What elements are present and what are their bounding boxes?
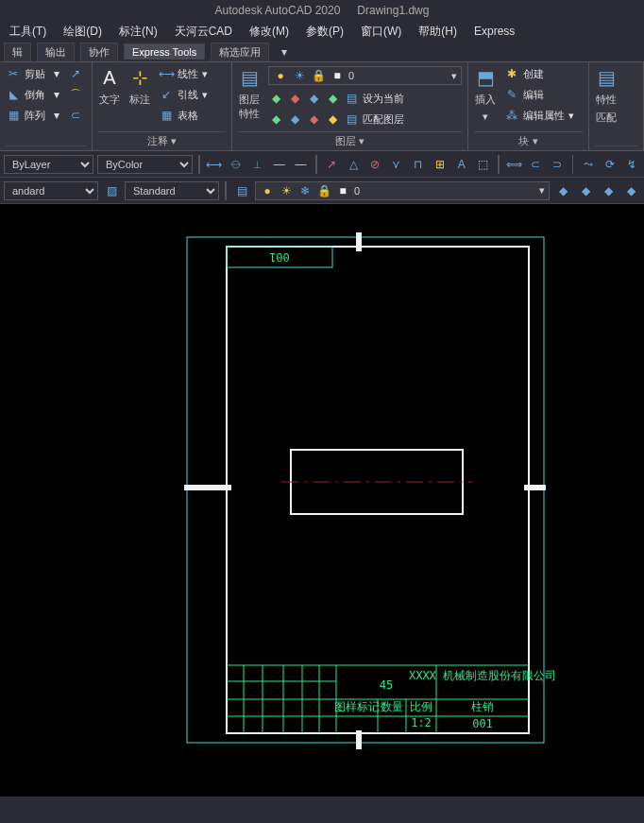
linear-icon: ⟷ bbox=[159, 66, 174, 81]
btn-setcurrent[interactable]: 设为当前 bbox=[363, 92, 404, 106]
tool-a7-icon[interactable]: A bbox=[452, 155, 470, 174]
btn-matchprops[interactable]: ▤ 特性 匹配 bbox=[595, 66, 618, 125]
btn-layer-props[interactable]: ▤ 图层 特性 bbox=[238, 66, 261, 121]
extend-icon[interactable]: ↗ bbox=[68, 66, 83, 81]
menu-modify[interactable]: 修改(M) bbox=[249, 24, 289, 40]
layer-swatch-icon: ■ bbox=[335, 183, 350, 198]
tool-a3-icon[interactable]: ⊘ bbox=[366, 155, 384, 174]
btn-match-layer[interactable]: 匹配图层 bbox=[363, 112, 404, 127]
separator bbox=[198, 155, 200, 174]
tool-a5-icon[interactable]: ⊓ bbox=[409, 155, 427, 174]
lock2-icon[interactable]: ◆ bbox=[325, 91, 340, 106]
btn-table[interactable]: 表格 bbox=[178, 109, 198, 123]
btn-text[interactable]: A 文字 bbox=[98, 66, 121, 107]
tool-c2-icon[interactable]: ⟳ bbox=[601, 155, 619, 174]
tab-edit[interactable]: 辑 bbox=[4, 43, 31, 61]
toolbar-row2: andard ▨ Standard ▤ ● ☀ ❄ 🔒 ■ 0 ▾ ◆ ◆ ◆ … bbox=[0, 178, 644, 204]
menu-draw[interactable]: 绘图(D) bbox=[63, 24, 102, 40]
combo-textstyle[interactable]: Standard bbox=[125, 181, 219, 200]
tb-row3a: 图样标记 bbox=[334, 700, 380, 713]
menu-parametric[interactable]: 参数(P) bbox=[306, 24, 344, 40]
thaw-icon[interactable]: ◆ bbox=[287, 111, 302, 127]
tool-c1-icon[interactable]: ⤳ bbox=[579, 155, 597, 174]
fillet-icon[interactable]: ⌒ bbox=[68, 87, 83, 102]
menu-tools[interactable]: 工具(T) bbox=[9, 24, 46, 40]
tab-express-tools[interactable]: Express Tools bbox=[124, 43, 205, 60]
tool-d1-icon[interactable]: ◆ bbox=[553, 181, 572, 200]
file-name: Drawing1.dwg bbox=[357, 4, 429, 17]
btn-insert[interactable]: ⬒ 插入 ▾ bbox=[474, 66, 497, 123]
combo-linetype[interactable]: ByLayer bbox=[4, 155, 93, 174]
btn-chamfer[interactable]: 倒角 bbox=[25, 88, 45, 102]
btn-create[interactable]: 创建 bbox=[523, 67, 544, 81]
array-icon: ▦ bbox=[6, 108, 21, 123]
drawing-canvas[interactable]: 001 45 XXXX 机械制造股份有限公司 bbox=[0, 204, 644, 797]
dropdown-icon[interactable]: ▾ bbox=[202, 68, 208, 80]
match-icon: ▤ bbox=[344, 111, 359, 127]
off-icon[interactable]: ◆ bbox=[287, 91, 302, 106]
menu-express[interactable]: Express bbox=[474, 25, 515, 38]
leader-icon: ↙ bbox=[159, 87, 174, 102]
panel-annotate-title[interactable]: 注释 ▾ bbox=[98, 131, 226, 150]
tool-d4-icon[interactable]: ◆ bbox=[621, 181, 640, 200]
dropdown-icon[interactable]: ▾ bbox=[568, 110, 574, 122]
iso-icon[interactable]: ◆ bbox=[268, 91, 283, 106]
tool-b3-icon[interactable]: ⊃ bbox=[549, 155, 567, 174]
editattr-icon: ⁂ bbox=[504, 108, 519, 123]
btn-editattr[interactable]: 编辑属性 bbox=[523, 109, 565, 123]
tool-a2-icon[interactable]: △ bbox=[345, 155, 363, 174]
menu-help[interactable]: 帮助(H) bbox=[418, 24, 457, 40]
btn-dim[interactable]: ⊹ 标注 bbox=[128, 66, 151, 107]
tool-a6-icon[interactable]: ⊞ bbox=[431, 155, 449, 174]
dropdown-icon[interactable]: ▾ bbox=[49, 66, 64, 81]
btn-array[interactable]: 阵列 bbox=[25, 109, 45, 123]
btn-linear[interactable]: 线性 bbox=[178, 67, 198, 81]
layer-swatch-icon: ■ bbox=[330, 68, 345, 83]
tool-c3-icon[interactable]: ↯ bbox=[622, 155, 640, 174]
dimstyle-icon[interactable]: ▨ bbox=[102, 181, 121, 200]
freeze-icon[interactable]: ◆ bbox=[306, 91, 321, 106]
tab-overflow-icon[interactable]: ▾ bbox=[275, 43, 294, 61]
del-icon[interactable]: ◆ bbox=[306, 111, 321, 127]
tab-output[interactable]: 输出 bbox=[37, 43, 75, 61]
chevron-down-icon: ▾ bbox=[483, 111, 488, 123]
menu-window[interactable]: 窗口(W) bbox=[361, 24, 401, 40]
layer-dropdown-2[interactable]: ● ☀ ❄ 🔒 ■ 0 ▾ bbox=[255, 181, 550, 200]
tool-dim2-icon[interactable]: ⦵ bbox=[227, 155, 245, 174]
combo-color[interactable]: ByColor bbox=[97, 155, 193, 174]
btn-trim[interactable]: 剪贴 bbox=[25, 67, 45, 81]
panel-block-title[interactable]: 块 ▾ bbox=[474, 131, 583, 150]
btn-edit[interactable]: 编辑 bbox=[523, 88, 544, 102]
tool-dim3-icon[interactable]: ⟂ bbox=[248, 155, 266, 174]
tool-b1-icon[interactable]: ⟺ bbox=[505, 155, 523, 174]
tb-row3c: 比例 bbox=[410, 700, 432, 713]
tab-featured[interactable]: 精选应用 bbox=[211, 43, 269, 61]
menu-thcad[interactable]: 天河云CAD bbox=[175, 24, 232, 40]
tool-b2-icon[interactable]: ⊂ bbox=[527, 155, 545, 174]
tool-a4-icon[interactable]: ⋎ bbox=[388, 155, 406, 174]
app-name: Autodesk AutoCAD 2020 bbox=[215, 4, 341, 17]
tool-dim1-icon[interactable]: ⟷ bbox=[206, 155, 224, 174]
combo-dimstyle[interactable]: andard bbox=[4, 181, 98, 200]
tool-dim5-icon[interactable]: — bbox=[292, 155, 310, 174]
dropdown-icon[interactable]: ▾ bbox=[49, 87, 64, 102]
tool-a8-icon[interactable]: ⬚ bbox=[474, 155, 492, 174]
btn-leader[interactable]: 引线 bbox=[178, 88, 198, 102]
more-icon[interactable]: ◆ bbox=[325, 111, 340, 127]
dropdown-icon[interactable]: ▾ bbox=[49, 108, 64, 123]
iso2-icon[interactable]: ◆ bbox=[268, 111, 283, 127]
panel-layer-title[interactable]: 图层 ▾ bbox=[238, 131, 462, 150]
separator bbox=[572, 155, 574, 174]
tool-dim4-icon[interactable]: — bbox=[270, 155, 288, 174]
menu-dimension[interactable]: 标注(N) bbox=[119, 24, 158, 40]
layer-current-dropdown[interactable]: ● ☀ 🔒 ■ 0 ▾ bbox=[268, 66, 462, 85]
tab-collab[interactable]: 协作 bbox=[80, 43, 118, 61]
subtract-icon[interactable]: ⊂ bbox=[68, 108, 83, 123]
tool-d2-icon[interactable]: ◆ bbox=[576, 181, 595, 200]
btn-insert-label: 插入 bbox=[475, 93, 496, 107]
dropdown-icon[interactable]: ▾ bbox=[202, 89, 208, 101]
tool-d3-icon[interactable]: ◆ bbox=[599, 181, 618, 200]
layer-tool-icon[interactable]: ▤ bbox=[232, 181, 251, 200]
tool-a1-icon[interactable]: ↗ bbox=[323, 155, 341, 174]
tb-material: 45 bbox=[380, 678, 393, 692]
